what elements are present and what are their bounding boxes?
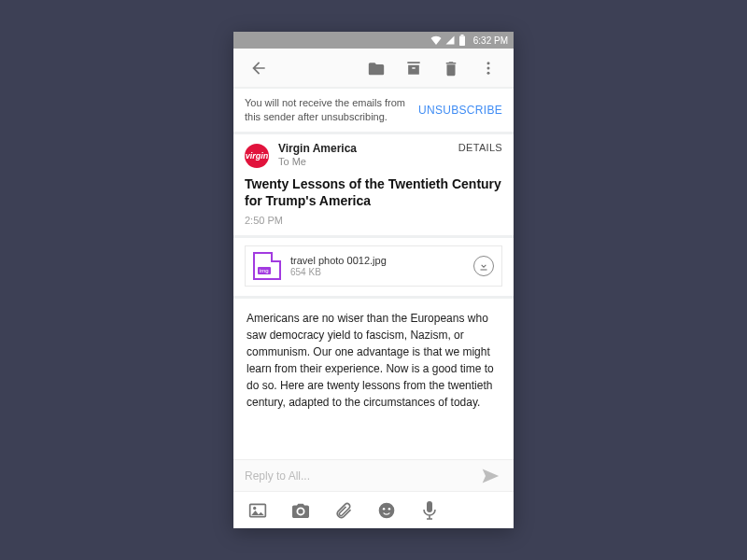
sender-meta: Virgin America To Me [278,142,449,167]
toolbar [233,49,514,88]
unsubscribe-banner: You will not receive the emails from thi… [233,88,514,134]
svg-point-4 [487,71,490,74]
mic-icon [422,500,437,521]
kebab-icon [480,60,497,77]
clock-text: 6:32 PM [473,35,508,46]
image-icon [248,502,267,519]
back-arrow-icon [249,59,268,77]
svg-rect-1 [460,35,463,36]
sender-recipient: To Me [278,156,449,167]
svg-rect-0 [459,36,465,47]
send-icon [481,467,500,485]
unsubscribe-text: You will not receive the emails from thi… [245,96,411,124]
subject-block: Twenty Lessons of the Twentieth Century … [233,172,514,238]
sender-name: Virgin America [278,142,449,155]
attachment-download-button[interactable] [473,256,494,276]
reply-bar [233,459,514,491]
attachment-info: travel photo 0012.jpg 654 KB [290,255,464,277]
signal-icon [445,35,455,45]
battery-icon [458,35,466,46]
trash-icon [443,59,459,77]
paperclip-icon [334,501,353,520]
delete-button[interactable] [435,52,467,84]
sender-avatar[interactable]: virgin [245,144,269,168]
attachment-card[interactable]: img travel photo 0012.jpg 654 KB [245,245,502,287]
email-screen: 6:32 PM You will not receive the emails … [233,32,514,528]
download-icon [478,260,489,272]
back-button[interactable] [243,52,275,84]
gallery-button[interactable] [247,499,269,522]
emoji-icon [377,501,396,520]
compose-toolbar [233,491,514,528]
archive-button[interactable] [398,52,430,84]
svg-point-7 [379,502,395,518]
sender-row: virgin Virgin America To Me DETAILS [233,134,514,172]
camera-button[interactable] [289,499,312,522]
camera-icon [290,502,311,519]
voice-button[interactable] [418,499,441,522]
send-button[interactable] [478,464,502,488]
reply-input[interactable] [245,469,478,483]
overflow-button[interactable] [472,52,504,84]
svg-point-8 [383,508,386,511]
svg-point-2 [487,62,490,64]
email-body: Americans are no wiser than the European… [233,299,514,459]
wifi-icon [430,35,442,45]
email-subject: Twenty Lessons of the Twentieth Century … [245,175,502,209]
attachment-type-tag: img [258,267,271,274]
details-button[interactable]: DETAILS [458,142,502,153]
folder-icon [367,60,386,77]
move-button[interactable] [360,52,392,84]
statusbar: 6:32 PM [233,32,514,49]
attachment-thumb: img [253,252,281,280]
svg-rect-10 [427,501,432,512]
unsubscribe-link[interactable]: UNSUBSCRIBE [418,104,502,117]
emoji-button[interactable] [375,499,398,522]
archive-icon [404,59,423,77]
svg-point-3 [487,66,490,69]
attachment-size: 654 KB [290,267,464,277]
svg-point-6 [253,506,256,509]
email-time: 2:50 PM [245,215,502,226]
attach-button[interactable] [332,499,355,522]
attachment-name: travel photo 0012.jpg [290,255,464,266]
svg-point-9 [388,508,391,511]
